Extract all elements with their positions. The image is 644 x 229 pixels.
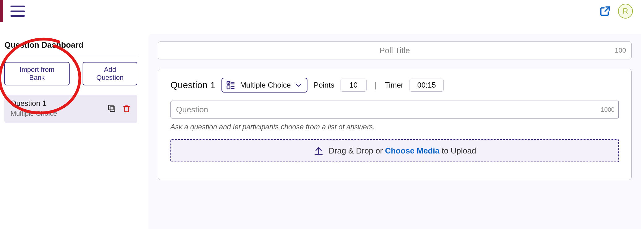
question-header-row: Question 1 Multiple Choice Points (170, 78, 619, 93)
poll-title-input[interactable] (158, 41, 632, 59)
add-question-button[interactable]: Add Question (83, 62, 137, 85)
hamburger-icon (11, 11, 25, 12)
question-text-counter: 1000 (601, 106, 615, 113)
question-number-label: Question 1 (170, 80, 215, 90)
question-type-label: Multiple Choice (240, 81, 291, 89)
external-link-icon[interactable] (599, 6, 611, 17)
svg-rect-0 (110, 107, 115, 111)
avatar-initial: R (623, 7, 628, 15)
multiple-choice-icon (226, 80, 236, 90)
timer-label: Timer (385, 81, 403, 89)
chevron-down-icon (295, 83, 302, 87)
question-text-input[interactable] (170, 101, 619, 119)
question-list-item-type: Multiple Choice (11, 110, 57, 118)
timer-input[interactable] (410, 79, 444, 92)
topbar-left (0, 0, 25, 22)
avatar[interactable]: R (618, 4, 633, 19)
dashboard-heading: Question Dashboard (4, 40, 137, 55)
menu-button[interactable] (11, 6, 25, 17)
hamburger-icon (11, 15, 25, 17)
choose-media-link[interactable]: Choose Media (385, 146, 440, 155)
question-helper-text: Ask a question and let participants choo… (170, 123, 619, 131)
svg-rect-5 (227, 86, 230, 89)
question-list-item-title: Question 1 (11, 99, 57, 108)
trash-icon[interactable] (122, 104, 131, 113)
question-text-row: 1000 (170, 101, 619, 119)
upload-icon (313, 145, 324, 156)
media-upload-zone[interactable]: Drag & Drop or Choose Media to Upload (170, 139, 619, 162)
upload-text: Drag & Drop or Choose Media to Upload (329, 146, 476, 156)
import-from-bank-button[interactable]: Import from Bank (4, 62, 70, 85)
editor-panel: 100 Question 1 Multiple Choice (148, 34, 641, 229)
question-list-item[interactable]: Question 1 Multiple Choice (4, 95, 137, 123)
duplicate-icon[interactable] (107, 104, 116, 113)
dashboard-actions: Import from Bank Add Question (4, 62, 137, 85)
points-label: Points (314, 81, 334, 89)
topbar-right: R (599, 4, 644, 19)
question-list-item-actions (107, 104, 131, 113)
hamburger-icon (11, 6, 25, 7)
separator: | (373, 80, 379, 90)
poll-title-row: 100 (158, 41, 632, 59)
topbar: R (0, 0, 644, 22)
question-editor-block: Question 1 Multiple Choice Points (158, 69, 632, 180)
upload-prefix: Drag & Drop or (329, 146, 385, 155)
points-input[interactable] (341, 79, 367, 92)
question-dashboard-panel: Question Dashboard Import from Bank Add … (4, 40, 137, 123)
svg-rect-1 (109, 105, 113, 110)
poll-title-counter: 100 (615, 46, 626, 54)
upload-suffix: to Upload (440, 146, 476, 155)
question-type-select[interactable]: Multiple Choice (221, 78, 307, 93)
question-list-item-text: Question 1 Multiple Choice (11, 99, 57, 118)
brand-accent (0, 0, 3, 22)
